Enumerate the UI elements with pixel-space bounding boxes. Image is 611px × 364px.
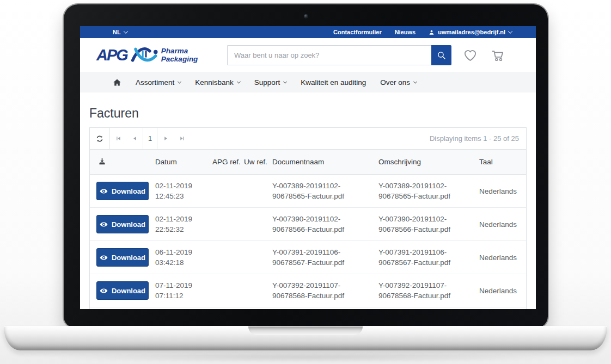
cart-icon[interactable]: [491, 48, 505, 62]
nav-item-label: Assortiment: [136, 78, 174, 87]
nav-item[interactable]: Support: [254, 78, 286, 87]
eye-icon: [100, 220, 108, 229]
cell-omschrijving: Y-007391-20191106- 90678567-Factuur.pdf: [378, 247, 479, 268]
page-content: Facturen: [80, 106, 536, 309]
cell-taal: Nederlands: [479, 187, 526, 195]
grid-status-text: Displaying items 1 - 25 of 25: [430, 134, 526, 143]
cell-taal: Nederlands: [479, 220, 526, 229]
nav-item-label: Over ons: [380, 78, 410, 87]
logo-tagline-line2: Packaging: [161, 55, 198, 63]
nav-item-label: Kennisbank: [195, 78, 234, 87]
column-header-apg-ref[interactable]: APG ref.: [212, 158, 244, 166]
dna-helix-icon: [131, 45, 159, 65]
cell-omschrijving: Y-007389-20191102- 90678565-Factuur.pdf: [378, 181, 479, 201]
download-all-header[interactable]: [90, 157, 155, 167]
cell-omschrijving: Y-007390-20191102- 90678566-Factuur.pdf: [378, 214, 479, 235]
news-link[interactable]: Nieuws: [395, 29, 416, 35]
download-button[interactable]: Download: [96, 248, 149, 267]
table-row: Download 07-11-2019 07:11:12 Y-007392-20…: [90, 274, 526, 307]
refresh-button[interactable]: [90, 128, 110, 149]
table-row: Download 02-11-2019 12:45:23 Y-007389-20…: [90, 175, 526, 208]
search-button[interactable]: [431, 45, 451, 65]
logo-tagline: Pharma Packaging: [161, 47, 198, 63]
cell-taal: Nederlands: [479, 254, 526, 262]
download-button-label: Download: [112, 187, 145, 195]
account-menu[interactable]: uwmailadres@bedrijf.nl: [429, 29, 512, 35]
download-button[interactable]: Download: [96, 215, 149, 233]
column-header-documentnaam[interactable]: Documentnaam: [272, 158, 378, 166]
first-page-icon: [115, 135, 121, 141]
home-icon: [113, 78, 121, 87]
main-navigation: Assortiment Kennisbank Support Kwaliteit…: [80, 72, 536, 92]
chevron-down-icon: [237, 79, 241, 83]
current-page-indicator[interactable]: 1: [143, 128, 157, 149]
table-row: Download 06-11-2019 03:42:18 Y-007391-20…: [90, 241, 526, 274]
download-button-label: Download: [112, 254, 145, 262]
nav-item[interactable]: Over ons: [380, 78, 417, 87]
laptop-base: [4, 326, 607, 350]
laptop-lid-notch: [248, 326, 363, 335]
download-button-label: Download: [112, 287, 145, 295]
download-button-label: Download: [112, 220, 145, 229]
nav-item-label: Kwaliteit en auditing: [301, 78, 366, 87]
eye-icon: [100, 254, 108, 262]
wishlist-heart-icon[interactable]: [463, 48, 478, 62]
next-page-button[interactable]: [157, 128, 174, 149]
user-icon: [429, 29, 435, 35]
download-button[interactable]: Download: [96, 182, 149, 200]
logo-tagline-line1: Pharma: [161, 47, 188, 55]
account-email: uwmailadres@bedrijf.nl: [438, 29, 505, 35]
grid-toolbar: 1 Displaying items 1 - 25 of 25: [90, 128, 526, 150]
utility-topbar: NL Contactformulier Nieuws uwmailadres@b…: [80, 26, 536, 38]
cell-documentnaam: Y-007392-20191107- 90678568-Factuur.pdf: [272, 280, 378, 301]
column-header-datum[interactable]: Datum: [155, 158, 212, 166]
cell-documentnaam: Y-007389-20191102- 90678565-Factuur.pdf: [272, 181, 378, 201]
chevron-down-icon: [508, 29, 512, 33]
browser-viewport: NL Contactformulier Nieuws uwmailadres@b…: [80, 26, 536, 309]
cell-documentnaam: Y-007390-20191102- 90678566-Factuur.pdf: [272, 214, 378, 235]
chevron-down-icon: [178, 79, 181, 83]
invoices-grid: 1 Displaying items 1 - 25 of 25: [89, 127, 527, 309]
language-selector[interactable]: NL: [113, 29, 127, 35]
eye-icon: [100, 287, 108, 295]
cell-datum: 02-11-2019 22:52:32: [155, 214, 212, 235]
nav-home[interactable]: [113, 78, 121, 87]
cell-taal: Nederlands: [479, 287, 526, 295]
column-header-omschrijving[interactable]: Omschrijving: [378, 158, 479, 166]
grid-header-row: Datum APG ref. Uw ref. Documentnaam Omsc…: [90, 150, 526, 175]
column-header-taal[interactable]: Taal: [479, 158, 526, 166]
company-logo[interactable]: APG Pharma Packaging: [96, 45, 223, 65]
chevron-down-icon: [123, 29, 127, 33]
search-input[interactable]: [227, 45, 431, 65]
first-page-button[interactable]: [110, 128, 126, 149]
eye-icon: [100, 187, 108, 195]
cell-omschrijving: Y-007392-20191107- 90678568-Factuur.pdf: [378, 280, 479, 301]
column-header-uw-ref[interactable]: Uw ref.: [244, 158, 272, 166]
table-row: Download 02-11-2019 22:52:32 Y-007390-20…: [90, 208, 526, 241]
cell-datum: 06-11-2019 03:42:18: [155, 247, 212, 268]
contact-form-link[interactable]: Contactformulier: [333, 29, 382, 35]
clipped-row: [90, 307, 526, 309]
previous-page-button[interactable]: [126, 128, 143, 149]
previous-page-icon: [132, 135, 138, 141]
refresh-icon: [95, 134, 104, 143]
next-page-icon: [163, 135, 169, 141]
laptop-reflection: [33, 353, 578, 362]
cell-datum: 02-11-2019 12:45:23: [155, 181, 212, 201]
page-title: Facturen: [89, 106, 536, 121]
webcam-dot: [304, 14, 308, 18]
language-label: NL: [113, 29, 121, 35]
chevron-down-icon: [413, 79, 417, 83]
download-icon: [98, 157, 106, 165]
grid-rows: Download 02-11-2019 12:45:23 Y-007389-20…: [90, 175, 526, 307]
last-page-icon: [179, 135, 185, 141]
last-page-button[interactable]: [174, 128, 190, 149]
cell-documentnaam: Y-007391-20191106- 90678567-Factuur.pdf: [272, 247, 378, 268]
nav-item[interactable]: Kennisbank: [195, 78, 240, 87]
nav-item[interactable]: Assortiment: [136, 78, 181, 87]
nav-item[interactable]: Kwaliteit en auditing: [301, 78, 366, 87]
chevron-down-icon: [283, 79, 287, 83]
laptop-screen-bezel: NL Contactformulier Nieuws uwmailadres@b…: [64, 4, 548, 328]
download-button[interactable]: Download: [96, 281, 149, 300]
search-icon: [437, 51, 446, 60]
